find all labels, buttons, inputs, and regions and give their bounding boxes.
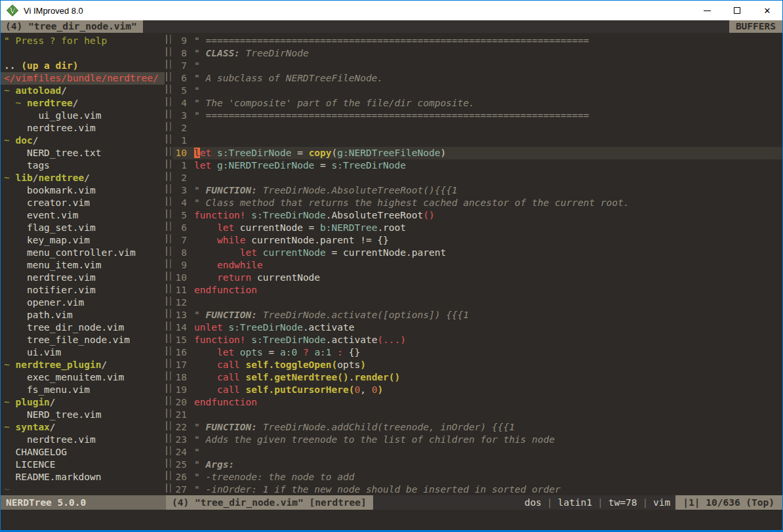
tree-row[interactable]: menu_controller.vim — [1, 247, 165, 259]
tree-row[interactable]: README.markdown — [1, 471, 165, 483]
tree-row[interactable]: exec_menuitem.vim — [1, 371, 165, 384]
tree-row[interactable]: opener.vim — [1, 297, 165, 309]
line-number: 5 — [172, 209, 187, 222]
tree-row[interactable]: nerdtree.vim — [1, 122, 165, 134]
status-flag: tw=78 — [609, 497, 637, 508]
tree-row-text: nerdtree.vim — [4, 272, 96, 283]
tree-row[interactable]: ~ plugin/ — [1, 396, 165, 409]
tree-row[interactable]: tags — [1, 159, 165, 172]
minimize-button[interactable] — [692, 1, 722, 20]
tree-row[interactable]: fs_menu.vim — [1, 384, 165, 396]
code-row[interactable]: 9 endwhile — [172, 259, 782, 272]
code-row[interactable]: 10 return currentNode — [172, 272, 782, 284]
tree-row[interactable]: ~ lib/nerdtree/ — [1, 172, 165, 184]
code-row[interactable]: 20endfunction — [172, 396, 782, 409]
tree-row[interactable]: tree_dir_node.vim — [1, 321, 165, 334]
line-number: 16 — [172, 346, 187, 359]
tree-row[interactable]: NERD_tree.txt — [1, 147, 165, 159]
tree-row[interactable]: bookmark.vim — [1, 184, 165, 197]
code-row-text: let currentNode = b:NERDTree.root — [194, 222, 406, 234]
tree-row[interactable] — [1, 47, 165, 60]
tree-row[interactable]: menu_item.vim — [1, 259, 165, 272]
tree-row[interactable]: event.vim — [1, 209, 165, 222]
tree-row[interactable]: creator.vim — [1, 197, 165, 209]
tree-row[interactable]: ~ syntax/ — [1, 421, 165, 434]
code-row[interactable]: 6" A subclass of NERDTreeFileNode. — [172, 72, 782, 85]
code-row[interactable]: 6 let currentNode = b:NERDTree.root — [172, 222, 782, 234]
code-row[interactable]: 4" Class method that returns the highest… — [172, 197, 782, 209]
code-row-text: " Adds the given treenode to the list of… — [194, 434, 555, 446]
code-row[interactable]: 13" FUNCTION: TreeDirNode.activate([opti… — [172, 309, 782, 321]
code-row[interactable]: 2 — [172, 122, 782, 134]
tree-row[interactable]: .. (up a dir) — [1, 60, 165, 72]
code-row[interactable]: 9" =====================================… — [172, 35, 782, 47]
nerdtree-content: " Press ? for help.. (up a dir)</vimfile… — [1, 33, 165, 495]
code-row[interactable]: 16 let opts = a:0 ? a:1 : {} — [172, 346, 782, 359]
code-row[interactable]: 7" — [172, 60, 782, 72]
tree-row[interactable]: ui_glue.vim — [1, 110, 165, 122]
tree-row[interactable]: ~ — [1, 483, 165, 495]
tree-row[interactable]: LICENCE — [1, 459, 165, 471]
tree-row[interactable]: key_map.vim — [1, 234, 165, 247]
code-row-text: unlet s:TreeDirNode.activate — [194, 321, 354, 334]
code-row[interactable]: 18 call self.getNerdtree().render() — [172, 371, 782, 384]
code-row[interactable]: 5function! s:TreeDirNode.AbsoluteTreeRoo… — [172, 209, 782, 222]
code-row[interactable]: 23" Adds the given treenode to the list … — [172, 434, 782, 446]
close-icon: ✕ — [764, 6, 771, 16]
code-row[interactable]: 1 — [172, 134, 782, 147]
code-row[interactable]: 21 — [172, 409, 782, 421]
maximize-button[interactable] — [722, 1, 752, 20]
tree-row[interactable]: " Press ? for help — [1, 35, 165, 47]
code-row[interactable]: 10let s:TreeDirNode = copy(g:NERDTreeFil… — [172, 147, 782, 159]
tree-row-text: bookmark.vim — [4, 185, 96, 195]
code-row[interactable]: 14unlet s:TreeDirNode.activate — [172, 321, 782, 334]
tree-row[interactable]: ~ nerdtree/ — [1, 97, 165, 110]
close-button[interactable]: ✕ — [752, 1, 782, 20]
tab-tree-dir-node[interactable]: (4) "tree_dir_node.vim" — [1, 20, 143, 33]
command-line[interactable] — [1, 510, 782, 530]
code-row[interactable]: 12 — [172, 297, 782, 309]
tree-row[interactable]: flag_set.vim — [1, 222, 165, 234]
code-row[interactable]: 17 call self.toggleOpen(opts) — [172, 359, 782, 371]
code-row-text: let currentNode = currentNode.parent — [194, 247, 446, 259]
code-row[interactable]: 3" FUNCTION: TreeDirNode.AbsoluteTreeRoo… — [172, 184, 782, 197]
code-row-text: " Args: — [194, 459, 234, 471]
tree-row[interactable]: path.vim — [1, 309, 165, 321]
tree-row[interactable]: nerdtree.vim — [1, 272, 165, 284]
tree-row-text: ~ syntax/ — [4, 422, 56, 432]
code-row[interactable]: 5" — [172, 85, 782, 97]
line-number: 26 — [172, 471, 187, 483]
code-row[interactable]: 1let g:NERDTreeDirNode = s:TreeDirNode — [172, 159, 782, 172]
tree-row[interactable]: ~ nerdtree_plugin/ — [1, 359, 165, 371]
window-separator[interactable] — [165, 33, 172, 495]
code-row[interactable]: 15function! s:TreeDirNode.activate(...) — [172, 334, 782, 346]
tree-row[interactable]: ~ autoload/ — [1, 85, 165, 97]
code-row[interactable]: 27" -inOrder: 1 if the new node should b… — [172, 483, 782, 495]
code-row[interactable]: 2 — [172, 172, 782, 184]
tree-row-text: ~ autoload/ — [4, 85, 67, 96]
code-row[interactable]: 19 call self.putCursorHere(0, 0) — [172, 384, 782, 396]
tree-row-text: menu_controller.vim — [4, 247, 136, 258]
line-number: 13 — [172, 309, 187, 321]
tree-row[interactable]: </vimfiles/bundle/nerdtree/ — [1, 72, 165, 85]
tree-row-text: ui_glue.vim — [4, 110, 101, 121]
code-row[interactable]: 4" The 'composite' part of the file/dir … — [172, 97, 782, 110]
code-row[interactable]: 7 while currentNode.parent != {} — [172, 234, 782, 247]
tree-row[interactable]: ui.vim — [1, 346, 165, 359]
tree-row[interactable]: notifier.vim — [1, 284, 165, 297]
tree-row[interactable]: ~ doc/ — [1, 134, 165, 147]
code-row[interactable]: 8 let currentNode = currentNode.parent — [172, 247, 782, 259]
code-row[interactable]: 3" =====================================… — [172, 110, 782, 122]
line-number: 27 — [172, 483, 187, 495]
code-row[interactable]: 8" CLASS: TreeDirNode — [172, 47, 782, 60]
tree-row-text: LICENCE — [4, 459, 56, 470]
tree-row[interactable]: NERD_tree.vim — [1, 409, 165, 421]
code-row[interactable]: 11endfunction — [172, 284, 782, 297]
tree-row[interactable]: tree_file_node.vim — [1, 334, 165, 346]
tree-row[interactable]: nerdtree.vim — [1, 434, 165, 446]
code-row[interactable]: 26" -treenode: the node to add — [172, 471, 782, 483]
code-row[interactable]: 25" Args: — [172, 459, 782, 471]
code-row[interactable]: 22" FUNCTION: TreeDirNode.addChild(treen… — [172, 421, 782, 434]
tree-row[interactable]: CHANGELOG — [1, 446, 165, 459]
code-row[interactable]: 24" — [172, 446, 782, 459]
